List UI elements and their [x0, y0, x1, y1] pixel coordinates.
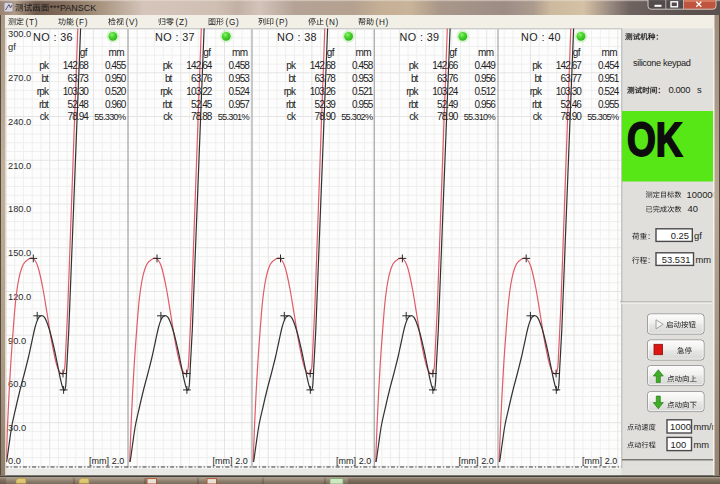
svg-text:rpk: rpk [284, 86, 297, 97]
svg-text:100: 100 [671, 439, 687, 450]
svg-text:0.956: 0.956 [474, 73, 496, 84]
svg-text:rbt: rbt [39, 99, 49, 110]
svg-text:rbt: rbt [286, 99, 296, 110]
svg-text:240.0: 240.0 [8, 117, 31, 127]
svg-text:OK: OK [627, 113, 683, 166]
svg-text:103.30: 103.30 [556, 86, 583, 97]
svg-text:[mm]: [mm] [213, 456, 233, 466]
svg-text:rbt: rbt [163, 99, 173, 110]
svg-text:(Z): (Z) [176, 18, 189, 27]
svg-text:bt: bt [411, 73, 419, 84]
svg-text:63.77: 63.77 [560, 73, 582, 84]
svg-text:0.960: 0.960 [105, 99, 127, 110]
svg-text:NO : 37: NO : 37 [155, 31, 195, 43]
svg-text:(V): (V) [126, 18, 139, 27]
svg-text:NO : 36: NO : 36 [33, 31, 73, 43]
svg-text:2.0: 2.0 [605, 456, 618, 466]
svg-text:78.94: 78.94 [67, 111, 89, 122]
svg-text:0.0: 0.0 [8, 456, 21, 466]
svg-text:mm: mm [109, 47, 125, 58]
svg-text:(F): (F) [76, 18, 89, 27]
svg-text:150.0: 150.0 [8, 248, 31, 258]
svg-text:rpk: rpk [37, 86, 50, 97]
svg-text:mm: mm [602, 47, 618, 58]
svg-text:60.0: 60.0 [8, 379, 26, 389]
svg-text:bt: bt [288, 73, 296, 84]
svg-text:0.956: 0.956 [474, 99, 496, 110]
svg-text:***PANSCK: ***PANSCK [49, 3, 96, 13]
svg-text:0.953: 0.953 [352, 73, 374, 84]
svg-text:0.955: 0.955 [352, 99, 374, 110]
svg-text:NO : 39: NO : 39 [400, 31, 440, 43]
svg-text:270.0: 270.0 [8, 73, 31, 83]
svg-text:103.24: 103.24 [432, 86, 459, 97]
svg-text:0.449: 0.449 [474, 60, 496, 71]
svg-text:gf: gf [694, 230, 702, 241]
svg-text:100000: 100000 [687, 189, 718, 200]
svg-text:142.67: 142.67 [556, 60, 583, 71]
svg-text:90.0: 90.0 [8, 336, 26, 346]
svg-text:78.88: 78.88 [191, 111, 213, 122]
svg-text:78.90: 78.90 [560, 111, 582, 122]
svg-text:(P): (P) [276, 18, 289, 27]
svg-text:55.310%: 55.310% [464, 112, 496, 122]
svg-text:2.0: 2.0 [481, 456, 494, 466]
svg-text:0.520: 0.520 [105, 86, 127, 97]
svg-text:mm: mm [478, 47, 494, 58]
svg-text:gf: gf [327, 47, 335, 58]
svg-text:55.305%: 55.305% [587, 112, 619, 122]
svg-text:52.49: 52.49 [437, 99, 459, 110]
svg-text:0.000: 0.000 [669, 84, 691, 95]
svg-text:103.22: 103.22 [186, 86, 213, 97]
svg-text:142.64: 142.64 [186, 60, 213, 71]
svg-text:[mm]: [mm] [459, 456, 479, 466]
svg-text:gf: gf [449, 47, 457, 58]
svg-text:(H): (H) [376, 18, 389, 27]
svg-text:mm: mm [356, 47, 372, 58]
svg-text:gf: gf [203, 47, 211, 58]
svg-text:0.455: 0.455 [105, 60, 127, 71]
svg-text:0.950: 0.950 [105, 73, 127, 84]
svg-text:0.524: 0.524 [598, 86, 620, 97]
svg-text:78.90: 78.90 [437, 111, 459, 122]
svg-text:rpk: rpk [530, 86, 543, 97]
svg-text:55.302%: 55.302% [341, 112, 373, 122]
svg-text:(G): (G) [226, 18, 240, 27]
svg-text:142.68: 142.68 [63, 60, 90, 71]
svg-text:120.0: 120.0 [8, 292, 31, 302]
svg-text:NO : 38: NO : 38 [277, 31, 317, 43]
svg-text:63.78: 63.78 [314, 73, 336, 84]
svg-text:0.454: 0.454 [598, 60, 620, 71]
svg-text:mm: mm [694, 439, 710, 450]
svg-text:300.0: 300.0 [8, 29, 31, 39]
svg-text:52.39: 52.39 [314, 99, 336, 110]
svg-text:52.46: 52.46 [560, 99, 582, 110]
svg-text:[mm]: [mm] [582, 456, 602, 466]
svg-text:2.0: 2.0 [112, 456, 125, 466]
svg-text:0.458: 0.458 [352, 60, 374, 71]
svg-text:(N): (N) [326, 18, 339, 27]
svg-text:103.26: 103.26 [310, 86, 337, 97]
svg-text:210.0: 210.0 [8, 161, 31, 171]
svg-text:0.25: 0.25 [671, 230, 689, 241]
svg-text:2.0: 2.0 [235, 456, 248, 466]
svg-text:0.953: 0.953 [228, 73, 250, 84]
svg-text:180.0: 180.0 [8, 204, 31, 214]
svg-text:rbt: rbt [409, 99, 419, 110]
svg-text:0.521: 0.521 [352, 86, 374, 97]
svg-text:2.0: 2.0 [359, 456, 372, 466]
svg-text:52.48: 52.48 [67, 99, 89, 110]
svg-text:103.30: 103.30 [63, 86, 90, 97]
svg-text:0.512: 0.512 [474, 86, 496, 97]
svg-text:bt: bt [41, 73, 49, 84]
svg-text:[mm]: [mm] [336, 456, 356, 466]
svg-text:mm: mm [232, 47, 248, 58]
svg-text:142.66: 142.66 [432, 60, 459, 71]
svg-text:gf: gf [80, 47, 88, 58]
svg-text:52.45: 52.45 [191, 99, 213, 110]
svg-text:0.524: 0.524 [228, 86, 250, 97]
svg-text:s: s [697, 84, 702, 95]
svg-text:55.301%: 55.301% [218, 112, 250, 122]
svg-text:78.90: 78.90 [314, 111, 336, 122]
svg-text:0.951: 0.951 [598, 73, 620, 84]
